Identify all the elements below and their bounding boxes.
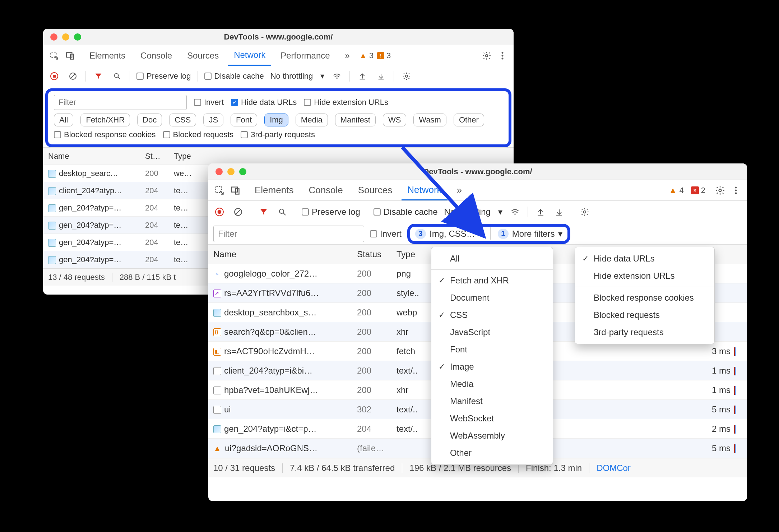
disable-cache-checkbox[interactable]: Disable cache xyxy=(204,71,264,81)
type-pill-media[interactable]: Media xyxy=(296,114,328,126)
settings-icon[interactable] xyxy=(714,184,726,196)
minimize-window-button[interactable] xyxy=(227,168,235,175)
menu-item-fetchandxhr[interactable]: Fetch and XHR xyxy=(431,272,553,289)
menu-item-webassembly[interactable]: WebAssembly xyxy=(431,427,553,444)
error-badge[interactable]: × 2 xyxy=(691,186,705,195)
invert-checkbox[interactable]: Invert xyxy=(370,229,402,239)
menu-item-font[interactable]: Font xyxy=(431,341,553,358)
throttling-select[interactable]: No throttling ▾ xyxy=(270,71,324,81)
device-toolbar-icon[interactable] xyxy=(229,184,241,196)
svg-point-25 xyxy=(279,209,284,213)
hide-data-urls-checkbox[interactable]: Hide data URLs xyxy=(231,98,297,107)
menu-item-all[interactable]: All xyxy=(431,250,553,267)
preserve-log-checkbox[interactable]: Preserve log xyxy=(136,71,191,81)
tabs-overflow[interactable]: » xyxy=(451,180,468,200)
invert-checkbox[interactable]: Invert xyxy=(194,98,224,107)
menu-item-other[interactable]: Other xyxy=(431,444,553,462)
close-window-button[interactable] xyxy=(215,168,223,175)
menu-item-blockedrequests[interactable]: Blocked requests xyxy=(575,306,714,324)
type-pill-fetchxhr[interactable]: Fetch/XHR xyxy=(80,114,130,126)
import-har-icon[interactable] xyxy=(534,206,547,218)
tab-performance[interactable]: Performance xyxy=(275,45,335,66)
kebab-menu-icon[interactable] xyxy=(496,50,509,62)
preserve-log-checkbox[interactable]: Preserve log xyxy=(302,207,360,217)
col-type[interactable]: Type xyxy=(391,249,431,259)
tab-elements[interactable]: Elements xyxy=(84,45,131,66)
export-har-icon[interactable] xyxy=(553,206,565,218)
network-conditions-icon[interactable] xyxy=(331,70,343,82)
warning-badge[interactable]: ▲ 4 xyxy=(669,185,684,195)
zoom-window-button[interactable] xyxy=(239,168,246,175)
menu-item-rdpartyrequests[interactable]: 3rd-party requests xyxy=(575,324,714,341)
type-pill-img[interactable]: Img xyxy=(264,114,288,126)
col-name[interactable]: Name xyxy=(43,152,140,161)
more-filters-dropdown[interactable]: 1 More filters ▾ xyxy=(497,227,564,240)
menu-item-blockedresponsecookies[interactable]: Blocked response cookies xyxy=(575,289,714,306)
record-button[interactable] xyxy=(213,206,226,218)
type-pill-wasm[interactable]: Wasm xyxy=(413,114,446,126)
third-party-checkbox[interactable]: 3rd-party requests xyxy=(241,130,315,139)
network-settings-icon[interactable] xyxy=(400,70,413,82)
menu-item-document[interactable]: Document xyxy=(431,289,553,306)
export-har-icon[interactable] xyxy=(375,70,387,82)
record-button[interactable] xyxy=(48,70,60,82)
tab-elements[interactable]: Elements xyxy=(249,180,299,200)
import-har-icon[interactable] xyxy=(356,70,368,82)
menu-item-javascript[interactable]: JavaScript xyxy=(431,324,553,341)
tab-console[interactable]: Console xyxy=(135,45,178,66)
type-pill-ws[interactable]: WS xyxy=(383,114,406,126)
filter-input[interactable] xyxy=(213,226,364,242)
type-pill-doc[interactable]: Doc xyxy=(137,114,162,126)
inspect-icon[interactable] xyxy=(213,184,226,196)
col-name[interactable]: Name xyxy=(208,249,352,259)
inspect-icon[interactable] xyxy=(48,50,60,62)
tab-network[interactable]: Network xyxy=(402,180,447,200)
menu-item-media[interactable]: Media xyxy=(431,375,553,393)
type-pill-js[interactable]: JS xyxy=(203,114,223,126)
clear-button[interactable] xyxy=(232,206,244,218)
menu-item-hidedataurls[interactable]: Hide data URLs xyxy=(575,250,714,267)
tab-console[interactable]: Console xyxy=(303,180,348,200)
throttling-select[interactable]: No throttling ▾ xyxy=(444,207,502,217)
search-icon[interactable] xyxy=(111,70,123,82)
filter-icon[interactable] xyxy=(258,206,270,218)
issues-badge[interactable]: ! 3 xyxy=(377,51,391,60)
close-window-button[interactable] xyxy=(50,33,57,41)
col-status[interactable]: Status xyxy=(352,249,391,259)
device-toolbar-icon[interactable] xyxy=(64,50,76,62)
resource-type-dropdown[interactable]: 3 Img, CSS… ▾ xyxy=(414,227,484,240)
menu-item-image[interactable]: Image xyxy=(431,358,553,375)
menu-item-css[interactable]: CSS xyxy=(431,306,553,324)
clear-button[interactable] xyxy=(67,70,79,82)
menu-item-hideextensionurls[interactable]: Hide extension URLs xyxy=(575,267,714,284)
menu-item-websocket[interactable]: WebSocket xyxy=(431,410,553,427)
domcontent-link[interactable]: DOMCor xyxy=(597,463,631,473)
type-pill-all[interactable]: All xyxy=(54,114,73,126)
hide-extension-urls-checkbox[interactable]: Hide extension URLs xyxy=(304,98,388,107)
type-pill-css[interactable]: CSS xyxy=(169,114,196,126)
zoom-window-button[interactable] xyxy=(74,33,81,41)
type-pill-font[interactable]: Font xyxy=(231,114,257,126)
filter-icon[interactable] xyxy=(92,70,105,82)
blocked-requests-checkbox[interactable]: Blocked requests xyxy=(163,130,234,139)
network-settings-icon[interactable] xyxy=(579,206,591,218)
col-type[interactable]: Type xyxy=(169,152,201,161)
warning-badge[interactable]: ▲ 3 xyxy=(359,51,374,60)
request-count: 13 / 48 requests xyxy=(48,273,105,282)
disable-cache-checkbox[interactable]: Disable cache xyxy=(374,207,438,217)
kebab-menu-icon[interactable] xyxy=(730,184,742,196)
blocked-cookies-checkbox[interactable]: Blocked response cookies xyxy=(54,130,156,139)
type-pill-other[interactable]: Other xyxy=(454,114,484,126)
minimize-window-button[interactable] xyxy=(62,33,69,41)
tab-sources[interactable]: Sources xyxy=(352,180,398,200)
filter-input[interactable] xyxy=(54,95,187,110)
tab-sources[interactable]: Sources xyxy=(181,45,224,66)
search-icon[interactable] xyxy=(276,206,288,218)
col-status[interactable]: St… xyxy=(140,152,169,161)
tab-network[interactable]: Network xyxy=(228,45,271,66)
tabs-overflow[interactable]: » xyxy=(339,45,356,66)
settings-icon[interactable] xyxy=(481,50,493,62)
network-conditions-icon[interactable] xyxy=(509,206,521,218)
menu-item-manifest[interactable]: Manifest xyxy=(431,393,553,410)
type-pill-manifest[interactable]: Manifest xyxy=(335,114,376,126)
